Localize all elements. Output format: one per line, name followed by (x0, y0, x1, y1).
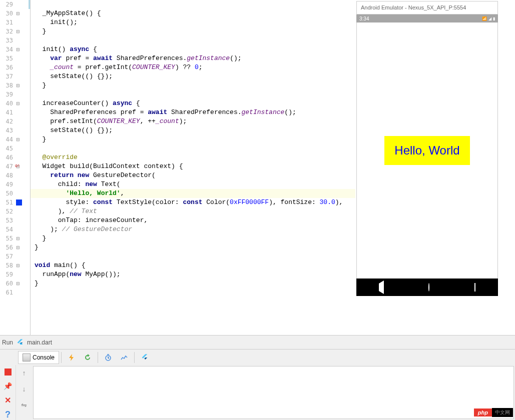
up-arrow-icon[interactable]: ↑ (18, 367, 30, 379)
code-line[interactable]: _MyAppState() { (31, 9, 355, 18)
line-number: 35 (0, 54, 13, 63)
graph-icon[interactable] (118, 352, 130, 364)
code-line[interactable] (31, 36, 355, 45)
line-number: 58 (0, 261, 13, 270)
hello-text: Hello, World (394, 144, 459, 157)
code-line[interactable]: return new GestureDetector( (31, 171, 355, 180)
bottom-panel: 📌 ✕ ? ↑ ↓ ⇋ (0, 365, 515, 420)
run-label[interactable]: Run (2, 339, 13, 346)
gutter-marker (15, 0, 30, 9)
gutter-marker (15, 126, 30, 135)
tree-icon[interactable]: ⇋ (18, 399, 30, 411)
gutter-marker (15, 117, 30, 126)
gutter-marker (15, 72, 30, 81)
code-line[interactable]: } (31, 279, 355, 288)
run-file[interactable]: main.dart (27, 339, 52, 346)
emulator-nav-bar (356, 278, 498, 296)
unfold-icon[interactable]: ⊟ (16, 29, 21, 34)
recents-icon[interactable] (474, 284, 475, 291)
gutter-marker (15, 225, 30, 234)
help-icon[interactable]: ? (2, 410, 14, 420)
emulator-time: 3:34 (359, 16, 369, 22)
line-number: 39 (0, 90, 13, 99)
code-line[interactable] (31, 90, 355, 99)
home-icon[interactable] (428, 284, 429, 291)
fold-icon[interactable]: ⊟ (16, 101, 21, 106)
signal-icon: ◢ (488, 16, 491, 21)
code-line[interactable]: init(); (31, 18, 355, 27)
close-icon[interactable]: ✕ (2, 396, 14, 406)
down-arrow-icon[interactable]: ↓ (18, 383, 30, 395)
code-line[interactable]: onTap: increaseCounter, (31, 216, 355, 225)
code-line[interactable]: ); // GestureDetector (31, 225, 355, 234)
code-line[interactable]: runApp(new MyApp()); (31, 270, 355, 279)
code-line[interactable]: var pref = await SharedPreferences.getIn… (31, 54, 355, 63)
code-line[interactable]: ), // Text (31, 207, 355, 216)
line-number: 50 (0, 189, 13, 198)
line-number: 46 (0, 153, 13, 162)
unfold-icon[interactable]: ⊟ (16, 245, 21, 250)
gutter-marker (15, 207, 30, 216)
line-number: 53 (0, 216, 13, 225)
php-badge-left: php (474, 408, 492, 416)
gutter-marker (15, 270, 30, 279)
hello-world-widget[interactable]: Hello, World (384, 136, 469, 165)
line-number: 33 (0, 36, 13, 45)
back-icon[interactable] (379, 284, 384, 291)
code-line[interactable]: setState(() {}); (31, 72, 355, 81)
gutter-marker (15, 198, 30, 207)
unfold-icon[interactable]: ⊟ (16, 281, 21, 286)
code-line[interactable]: pref.setInt(COUNTER_KEY, ++_count); (31, 117, 355, 126)
flutter-tool-icon[interactable] (139, 352, 151, 364)
code-line[interactable]: style: const TextStyle(color: const Colo… (31, 198, 355, 207)
code-line[interactable]: setState(() {}); (31, 126, 355, 135)
emulator-screen[interactable]: Hello, World (356, 22, 498, 278)
unfold-icon[interactable]: ⊟ (16, 236, 21, 241)
fold-icon[interactable]: ⊟ (16, 47, 21, 52)
unfold-icon[interactable]: ⊟ (16, 137, 21, 142)
lightning-icon[interactable] (66, 352, 78, 364)
code-line[interactable]: } (31, 234, 355, 243)
code-line[interactable]: increaseCounter() async { (31, 99, 355, 108)
line-number: 31 (0, 18, 13, 27)
console-output[interactable] (33, 366, 514, 419)
code-line[interactable]: @override (31, 153, 355, 162)
code-line[interactable]: SharedPreferences pref = await SharedPre… (31, 108, 355, 117)
code-line[interactable] (31, 252, 355, 261)
code-line[interactable]: _count = pref.getInt(COUNTER_KEY) ?? 0; (31, 63, 355, 72)
override-icon: o↑ (15, 163, 20, 168)
code-line[interactable]: void main() { (31, 261, 355, 270)
line-number: 41 (0, 108, 13, 117)
gutter-marker (15, 180, 30, 189)
code-line[interactable]: } (31, 27, 355, 36)
restart-icon[interactable] (82, 352, 94, 364)
stop-icon[interactable] (2, 367, 14, 377)
fold-icon[interactable]: ⊟ (16, 263, 21, 268)
code-line[interactable]: } (31, 81, 355, 90)
code-line[interactable]: 'Hello, World', (31, 189, 355, 198)
code-line[interactable] (31, 144, 355, 153)
timer-icon[interactable] (102, 352, 114, 364)
editor-area: 2930313233343536373839404142434445464748… (0, 0, 355, 335)
code-line[interactable]: init() async { (31, 45, 355, 54)
gutter-marker (15, 36, 30, 45)
pin-icon[interactable]: 📌 (2, 381, 14, 391)
code-line[interactable]: Widget build(BuildContext context) { (31, 162, 355, 171)
gutter-marker (15, 171, 30, 180)
line-number: 49 (0, 180, 13, 189)
unfold-icon[interactable]: ⊟ (16, 83, 21, 88)
gutter-marker (15, 144, 30, 153)
code-line[interactable] (31, 288, 355, 297)
code-line[interactable] (31, 0, 355, 9)
fold-icon[interactable]: ⊟ (16, 11, 21, 16)
console-icon (23, 354, 31, 362)
line-number: 32 (0, 27, 13, 36)
color-swatch-icon (16, 200, 22, 206)
code-line[interactable]: } (31, 243, 355, 252)
code-area[interactable]: _MyAppState() { init(); } init() async {… (30, 0, 355, 335)
code-line[interactable]: } (31, 135, 355, 144)
code-line[interactable]: child: new Text( (31, 180, 355, 189)
console-tab[interactable]: Console (18, 351, 59, 364)
line-number: 47 (0, 162, 13, 171)
line-number: 54 (0, 225, 13, 234)
